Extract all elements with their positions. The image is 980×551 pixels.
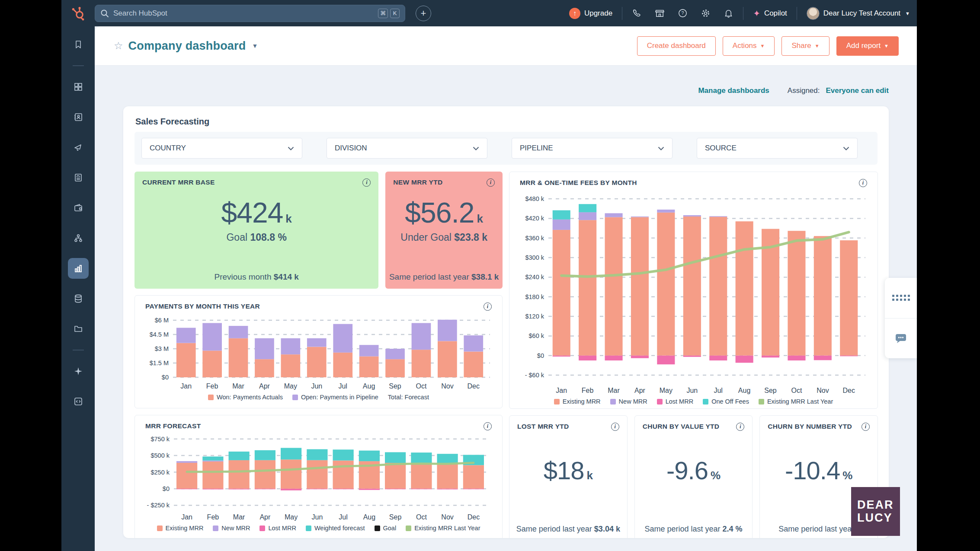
footer-label: Same period last year (389, 272, 469, 281)
info-icon[interactable]: i (484, 422, 492, 430)
filter-source[interactable]: SOURCE (697, 138, 858, 159)
svg-text:$0: $0 (163, 485, 170, 492)
info-icon[interactable]: i (362, 178, 371, 187)
actions-button[interactable]: Actions▼ (723, 36, 775, 56)
sidebar-item-automations[interactable] (68, 228, 89, 248)
kpi-value: $56.2 (405, 197, 474, 229)
svg-text:Nov: Nov (817, 387, 829, 394)
kpi-unit: % (842, 469, 852, 482)
lost-mrr-ytd-card: LOST MRR YTD i $18k Same period last yea… (509, 415, 628, 538)
settings-gear-icon[interactable] (701, 8, 711, 18)
legend-item: Existing MRR Last Year (406, 525, 480, 532)
add-report-button[interactable]: Add report▼ (836, 36, 899, 56)
sidebar-item-data[interactable] (68, 288, 89, 309)
workspaces-grid-icon (73, 82, 83, 92)
svg-text:$360 k: $360 k (525, 235, 544, 242)
dashboard-selector-caret-icon[interactable]: ▼ (252, 42, 258, 49)
info-icon[interactable]: i (862, 423, 870, 431)
footer-label: Same period last year (778, 525, 854, 533)
commerce-wallet-icon (73, 203, 83, 213)
svg-text:$0: $0 (537, 352, 544, 359)
grid-dots-icon (892, 295, 910, 301)
footer-label: Previous month (214, 272, 271, 281)
avatar (807, 7, 820, 20)
sidebar-item-library[interactable] (68, 318, 89, 339)
sidebar-item-developer[interactable] (68, 391, 89, 412)
sidebar-item-workspaces[interactable] (68, 76, 89, 97)
filter-country[interactable]: COUNTRY (141, 138, 302, 159)
calling-phone-icon[interactable] (632, 8, 642, 18)
sidebar-item-ai[interactable] (68, 361, 89, 382)
sidebar-item-marketing[interactable] (68, 137, 89, 158)
svg-text:$6 M: $6 M (155, 317, 169, 324)
copilot-button[interactable]: ✦ Copilot (753, 8, 787, 19)
svg-text:$250 k: $250 k (151, 469, 170, 476)
kpi-unit: k (477, 212, 483, 225)
create-dashboard-button[interactable]: Create dashboard (637, 36, 716, 56)
chart-title: MRR & ONE-TIME FEES BY MONTH (520, 179, 637, 187)
content-form-icon (73, 172, 83, 183)
svg-text:Sep: Sep (764, 387, 777, 394)
mrr-forecast-chart: $750 k$500 k$250 k$0- $250 kJanFebMarApr… (145, 432, 492, 522)
mrr-one-time-fees-chart-card: MRR & ONE-TIME FEES BY MONTH i $480 k$42… (509, 172, 878, 409)
info-icon[interactable]: i (736, 423, 744, 431)
screen: ⌘ K + ↑ Upgrade (0, 0, 980, 551)
footer-value: 2.4 % (723, 525, 743, 533)
legend-item: Lost MRR (259, 525, 296, 532)
account-menu[interactable]: Dear Lucy Test Account ▼ (807, 7, 910, 20)
payments-chart-legend: Won: Payments ActualsOpen: Payments in P… (145, 394, 492, 401)
svg-text:Jan: Jan (180, 382, 192, 390)
svg-text:Jul: Jul (714, 387, 722, 394)
chevron-down-icon (473, 147, 479, 150)
kpi-unit: k (285, 212, 291, 225)
svg-text:$120 k: $120 k (525, 313, 544, 320)
copilot-sparkle-icon: ✦ (753, 8, 760, 19)
info-icon[interactable]: i (484, 303, 492, 311)
kpi-title: CURRENT MRR BASE (142, 178, 215, 186)
folder-icon (73, 324, 83, 334)
favorite-star-icon[interactable]: ☆ (114, 40, 123, 52)
assigned-value-link[interactable]: Everyone can edit (826, 86, 889, 95)
footer-value: $3.04 k (594, 525, 620, 533)
churn-by-value-ytd-card: CHURN BY VALUE YTD i -9.6% Same period l… (634, 415, 753, 538)
global-search[interactable]: ⌘ K (95, 5, 405, 22)
info-icon[interactable]: i (487, 178, 495, 187)
footer-label: Same period last year (644, 525, 720, 533)
divider (622, 7, 622, 20)
notifications-bell-icon[interactable] (724, 8, 733, 18)
kpi-value: $18 (544, 456, 584, 484)
sidebar-item-contacts[interactable] (68, 107, 89, 127)
info-icon[interactable]: i (859, 179, 867, 187)
sidebar-item-commerce[interactable] (68, 197, 89, 218)
create-new-button[interactable]: + (416, 6, 431, 21)
share-button[interactable]: Share▼ (781, 36, 829, 56)
filter-country-label: COUNTRY (150, 144, 186, 153)
filter-pipeline[interactable]: PIPELINE (512, 138, 673, 159)
chevron-down-icon: ▼ (884, 43, 889, 48)
data-grid-tool-button[interactable] (885, 278, 917, 318)
legend-item: New MRR (610, 398, 647, 405)
filter-division[interactable]: DIVISION (327, 138, 487, 159)
marketplace-icon[interactable] (655, 8, 665, 18)
footer-value: $414 k (274, 272, 299, 281)
info-icon[interactable]: i (611, 423, 619, 431)
help-icon[interactable]: ? (678, 8, 688, 18)
sidebar-item-reporting[interactable] (68, 258, 89, 279)
manage-dashboards-link[interactable]: Manage dashboards (698, 86, 769, 95)
svg-text:Jul: Jul (338, 382, 347, 390)
legend-item: Won: Payments Actuals (208, 394, 283, 401)
kpi-title: NEW MRR YTD (393, 178, 442, 186)
comments-tool-button[interactable] (885, 318, 917, 359)
svg-text:$1.5 M: $1.5 M (150, 360, 169, 366)
svg-text:Apr: Apr (259, 513, 271, 521)
svg-text:Apr: Apr (634, 387, 646, 394)
hubspot-logo[interactable] (61, 6, 95, 21)
sidebar-item-bookmarks[interactable] (68, 34, 89, 55)
hubspot-app: ⌘ K + ↑ Upgrade (61, 0, 917, 551)
upgrade-button[interactable]: ↑ Upgrade (569, 8, 612, 19)
svg-text:Jan: Jan (556, 387, 567, 394)
chart-title: MRR FORECAST (145, 422, 201, 430)
svg-text:$300 k: $300 k (525, 254, 544, 261)
sidebar-item-content[interactable] (68, 167, 89, 188)
search-input[interactable] (113, 9, 376, 18)
